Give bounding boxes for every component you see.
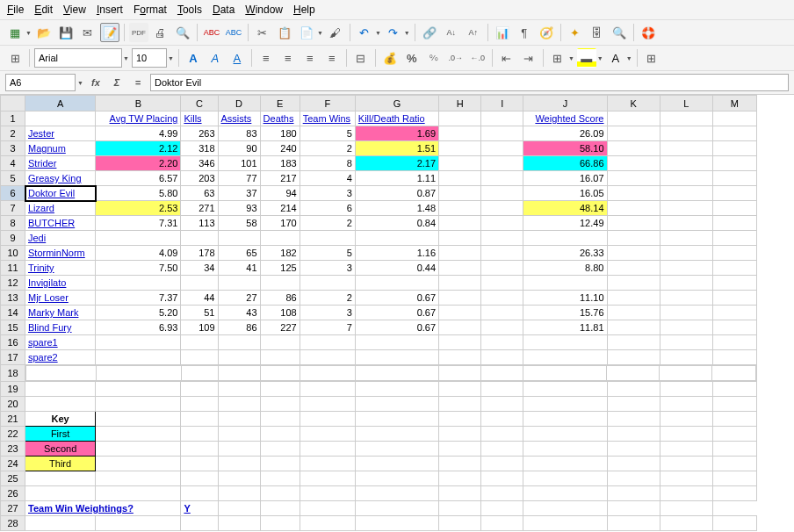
cell[interactable]: 7.31 (96, 216, 181, 231)
align-center-icon[interactable]: ≡ (278, 48, 298, 68)
cell[interactable] (481, 141, 523, 156)
dropdown-icon[interactable]: ▼ (168, 55, 174, 61)
cell[interactable] (481, 457, 523, 471)
cell[interactable] (712, 471, 756, 486)
cell[interactable] (300, 457, 355, 471)
cell[interactable]: Strider (25, 156, 96, 171)
cell[interactable] (523, 366, 607, 381)
cell[interactable] (439, 320, 481, 335)
equals-icon[interactable]: = (129, 75, 147, 90)
cut-icon[interactable]: ✂ (253, 23, 272, 42)
cell[interactable]: 0.87 (355, 186, 438, 201)
cell[interactable]: Trinity (25, 261, 96, 276)
cell[interactable] (300, 382, 355, 397)
cell[interactable] (260, 457, 300, 471)
cell[interactable] (660, 156, 712, 171)
cell[interactable] (439, 291, 481, 306)
cell[interactable] (660, 126, 712, 141)
cell[interactable] (96, 427, 181, 442)
col-header-M[interactable]: M (712, 96, 756, 111)
cell[interactable] (712, 126, 756, 141)
dropdown-icon[interactable]: ▼ (375, 30, 381, 36)
percent-icon[interactable]: % (402, 48, 422, 68)
row-header[interactable]: 19 (1, 382, 25, 397)
row-header[interactable]: 11 (1, 261, 25, 276)
cell[interactable] (712, 216, 756, 231)
cell[interactable] (660, 186, 712, 201)
sum-icon[interactable]: Σ (108, 75, 126, 90)
row-header[interactable]: 2 (1, 126, 25, 141)
cell[interactable] (355, 516, 438, 531)
cell[interactable] (481, 186, 523, 201)
cell[interactable] (607, 442, 660, 457)
cell[interactable] (607, 397, 660, 412)
cell[interactable] (261, 366, 300, 381)
cell[interactable] (481, 216, 523, 231)
cell[interactable] (439, 231, 481, 246)
menu-file[interactable]: File (7, 4, 24, 16)
cell[interactable] (25, 397, 96, 412)
cell[interactable] (355, 457, 438, 471)
merge-cells-icon[interactable]: ⊟ (351, 48, 371, 68)
cell[interactable] (607, 276, 660, 291)
cell[interactable]: 0.67 (355, 306, 438, 320)
cell[interactable] (300, 231, 355, 246)
cell[interactable]: Jedi (25, 231, 96, 246)
cell[interactable] (181, 457, 218, 471)
cell[interactable] (439, 350, 481, 365)
cell[interactable] (181, 276, 218, 291)
cell[interactable] (25, 486, 96, 501)
menu-insert[interactable]: Insert (97, 4, 123, 16)
cell[interactable] (607, 171, 660, 186)
cell[interactable]: 7.37 (96, 291, 181, 306)
italic-icon[interactable]: A (206, 48, 225, 68)
col-header-G[interactable]: G (355, 96, 438, 111)
row-header[interactable]: 7 (1, 201, 25, 216)
cell[interactable] (439, 111, 481, 126)
cell[interactable] (181, 350, 218, 365)
cell[interactable]: 5.80 (96, 186, 181, 201)
cell[interactable] (523, 276, 607, 291)
sort-asc-icon[interactable]: A↓ (442, 23, 461, 42)
cell[interactable] (181, 335, 218, 350)
cell[interactable] (523, 412, 607, 427)
menu-tools[interactable]: Tools (177, 4, 202, 16)
menu-format[interactable]: Format (134, 4, 167, 16)
cell[interactable] (96, 486, 181, 501)
cell[interactable]: 113 (181, 216, 218, 231)
cell[interactable]: 227 (260, 320, 300, 335)
cell[interactable] (25, 516, 96, 531)
dropdown-icon[interactable]: ▼ (626, 55, 632, 61)
cell[interactable] (607, 111, 660, 126)
cell[interactable]: Kills (181, 111, 218, 126)
cell[interactable]: 26.09 (523, 126, 607, 141)
cell[interactable] (355, 412, 438, 427)
cell[interactable] (439, 201, 481, 216)
cell[interactable]: 58.10 (523, 141, 607, 156)
print-icon[interactable]: 🖨 (151, 23, 170, 42)
cell[interactable]: Team Wins (300, 111, 355, 126)
cell[interactable] (181, 231, 218, 246)
cell[interactable]: 4 (300, 171, 355, 186)
col-header-C[interactable]: C (181, 96, 218, 111)
cell[interactable] (660, 486, 712, 501)
cell[interactable] (712, 350, 756, 365)
cell[interactable] (523, 397, 607, 412)
cell[interactable]: 1.16 (355, 246, 438, 261)
cell[interactable]: 94 (260, 186, 300, 201)
cell[interactable]: StorminNorm (25, 246, 96, 261)
cell[interactable] (96, 516, 181, 531)
cell[interactable] (260, 276, 300, 291)
cell[interactable] (712, 231, 756, 246)
bold-icon[interactable]: A (184, 48, 203, 68)
cell[interactable] (481, 231, 523, 246)
cell[interactable] (300, 471, 355, 486)
cell[interactable] (439, 246, 481, 261)
cell[interactable] (481, 350, 523, 365)
key-third-cell[interactable]: Third (25, 457, 96, 471)
cell[interactable]: 2 (300, 216, 355, 231)
cell[interactable] (260, 397, 300, 412)
cell[interactable] (218, 442, 260, 457)
cell[interactable] (439, 306, 481, 320)
col-header-L[interactable]: L (660, 96, 712, 111)
